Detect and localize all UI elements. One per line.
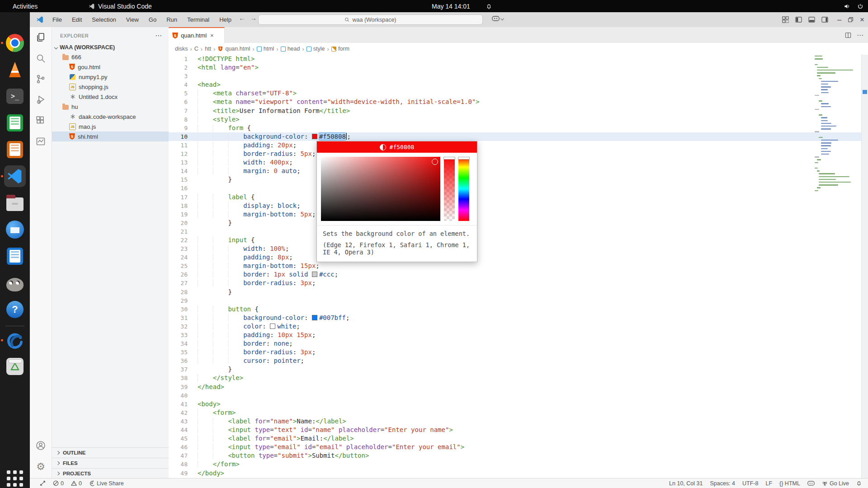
menu-file[interactable]: File — [48, 15, 66, 24]
code-line-14[interactable]: 14 margin: 0 auto; — [169, 167, 868, 175]
color-swatch[interactable] — [312, 272, 317, 277]
status-utf-8[interactable]: UTF-8 — [739, 479, 762, 488]
dock-gimp-icon[interactable] — [4, 272, 26, 294]
code-line-45[interactable]: 45 <label for="email">Email:</label> — [169, 434, 868, 443]
copilot-button[interactable] — [492, 15, 504, 22]
hue-strip[interactable] — [458, 157, 469, 221]
toggle-sidebar-icon[interactable] — [795, 16, 802, 23]
breadcrumb-head[interactable]: head — [281, 46, 300, 52]
menu-go[interactable]: Go — [145, 15, 160, 24]
color-picker-header[interactable]: #f50808 — [317, 141, 477, 153]
color-swatch[interactable] — [270, 324, 275, 329]
code-line-43[interactable]: 43 <label for="name">Name:</label> — [169, 417, 868, 426]
saturation-handle[interactable] — [432, 159, 438, 165]
status-ln-10-col-31[interactable]: Ln 10, Col 31 — [665, 479, 706, 488]
code-line-31[interactable]: 31 background-color: #007bff; — [169, 314, 868, 322]
minimize-button[interactable]: – — [837, 16, 841, 24]
code-line-15[interactable]: 15 } — [169, 175, 868, 184]
code-line-38[interactable]: 38 </style> — [169, 374, 868, 382]
status-go-live[interactable]: Go Live — [818, 479, 853, 488]
close-window-button[interactable]: × — [860, 15, 864, 24]
code-line-37[interactable]: 37 } — [169, 365, 868, 374]
code-line-11[interactable]: 11 padding: 20px; — [169, 141, 868, 150]
status-live-share[interactable]: Live Share — [85, 479, 127, 488]
code-line-29[interactable]: 29 — [169, 296, 868, 305]
editor-more-actions-icon[interactable]: ⋯ — [857, 31, 863, 39]
color-swatch[interactable] — [312, 134, 317, 139]
code-line-13[interactable]: 13 width: 400px; — [169, 158, 868, 167]
split-editor-icon[interactable] — [845, 32, 851, 38]
code-line-39[interactable]: 39</head> — [169, 383, 868, 391]
clock[interactable]: May 14 14:01 — [432, 0, 492, 12]
saturation-box[interactable] — [321, 157, 440, 221]
menu-run[interactable]: Run — [162, 15, 181, 24]
menu-edit[interactable]: Edit — [68, 15, 86, 24]
toggle-panel-icon[interactable] — [808, 16, 815, 23]
code-line-7[interactable]: 7 <title>User Information Form</title> — [169, 107, 868, 115]
code-line-40[interactable]: 40 — [169, 391, 868, 400]
breadcrumb-html[interactable]: html — [257, 46, 274, 52]
code-line-19[interactable]: 19 margin-bottom: 5px; — [169, 210, 868, 219]
customize-layout-icon[interactable] — [782, 16, 789, 23]
code-line-28[interactable]: 28 } — [169, 288, 868, 296]
section-projects[interactable]: PROJECTS — [52, 468, 169, 479]
dock-vscode-icon[interactable] — [4, 165, 26, 187]
explorer-more-actions-icon[interactable]: ⋯ — [155, 32, 162, 40]
code-line-16[interactable]: 16 — [169, 184, 868, 192]
dock-chrome-icon[interactable] — [4, 32, 26, 54]
code-line-34[interactable]: 34 border: none; — [169, 339, 868, 348]
file-666[interactable]: 666 — [52, 52, 169, 62]
restore-button[interactable] — [848, 17, 854, 23]
file-gou-html[interactable]: 5gou.html — [52, 62, 169, 72]
status-spaces-4[interactable]: Spaces: 4 — [706, 479, 739, 488]
activitybar-explorer-icon[interactable] — [30, 27, 52, 48]
color-swatch[interactable] — [312, 315, 317, 320]
breadcrumb-htt[interactable]: htt — [205, 46, 211, 52]
code-editor[interactable]: 1<!DOCTYPE html>2<html lang="en">34<head… — [169, 55, 868, 479]
activitybar-account-icon[interactable] — [30, 435, 52, 456]
activitybar-run-debug-icon[interactable] — [30, 89, 52, 110]
status-0[interactable]: 0 — [67, 479, 85, 488]
activitybar-extensions-icon[interactable] — [30, 110, 52, 131]
toggle-secondary-sidebar-icon[interactable] — [821, 16, 828, 23]
file-shi-html[interactable]: 5shi.html — [52, 131, 169, 141]
menu-terminal[interactable]: Terminal — [183, 15, 213, 24]
dock-libreoffice-writer-icon[interactable] — [4, 245, 26, 267]
code-line-42[interactable]: 42 <form> — [169, 408, 868, 417]
dock-terminal-icon[interactable]: >_ — [4, 85, 26, 107]
code-line-25[interactable]: 25 margin-bottom: 15px; — [169, 262, 868, 270]
dock-vlc-icon[interactable] — [4, 59, 26, 80]
status-robot[interactable] — [804, 479, 818, 488]
code-line-32[interactable]: 32 color: white; — [169, 322, 868, 331]
dock-help-icon[interactable]: ? — [4, 299, 26, 320]
menu-help[interactable]: Help — [215, 15, 236, 24]
dock-software-updater-icon[interactable] — [4, 329, 26, 351]
section-outline[interactable]: OUTLINE — [52, 447, 169, 458]
minimap[interactable] — [815, 56, 860, 200]
activities-button[interactable]: Activities — [13, 0, 38, 12]
code-line-47[interactable]: 47 <button type="submit">Submit</button> — [169, 451, 868, 460]
code-line-23[interactable]: 23 width: 100%; — [169, 244, 868, 253]
dock-files-icon[interactable] — [4, 192, 26, 214]
code-line-12[interactable]: 12 border-radius: 5px; — [169, 150, 868, 158]
code-line-3[interactable]: 3 — [169, 72, 868, 80]
file-untitled-1-docx[interactable]: Untitled 1.docx — [52, 92, 169, 102]
tab-close-icon[interactable]: × — [210, 32, 214, 39]
code-line-33[interactable]: 33 padding: 10px 15px; — [169, 331, 868, 339]
code-line-6[interactable]: 6 <meta name="viewport" content="width=d… — [169, 98, 868, 106]
breadcrumb-style[interactable]: style — [307, 46, 325, 52]
code-line-26[interactable]: 26 border: 1px solid #ccc; — [169, 270, 868, 279]
code-line-9[interactable]: 9 form { — [169, 124, 868, 132]
dock-libreoffice-calc-icon[interactable] — [4, 112, 26, 134]
file-daak-code-workspace[interactable]: daak.code-workspace — [52, 112, 169, 122]
opacity-strip[interactable] — [444, 157, 455, 221]
code-line-30[interactable]: 30 button { — [169, 305, 868, 314]
breadcrumb-c[interactable]: C — [194, 46, 198, 52]
code-line-22[interactable]: 22 input { — [169, 236, 868, 244]
overview-ruler[interactable] — [861, 55, 868, 479]
activitybar-chart-icon[interactable] — [30, 131, 52, 152]
code-line-2[interactable]: 2<html lang="en"> — [169, 63, 868, 72]
code-line-5[interactable]: 5 <meta charset="UTF-8"> — [169, 89, 868, 98]
dock-libreoffice-impress-icon[interactable] — [4, 139, 26, 160]
system-indicators[interactable] — [844, 0, 863, 12]
